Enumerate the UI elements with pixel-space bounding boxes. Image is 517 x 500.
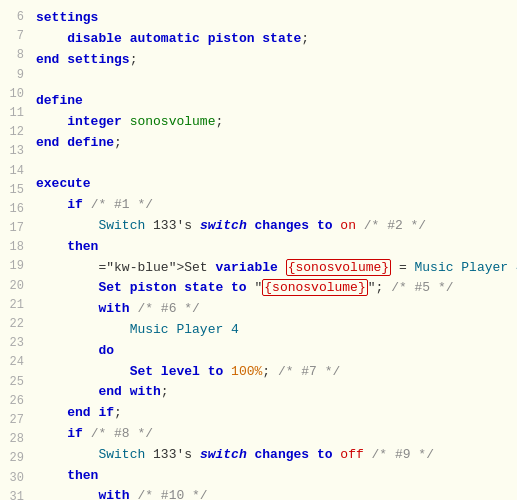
code-line: disable automatic piston state;	[36, 29, 509, 50]
code-line: with /* #6 */	[36, 299, 509, 320]
code-line: if /* #1 */	[36, 195, 509, 216]
code-line	[36, 154, 509, 175]
line-number: 7	[4, 27, 24, 46]
code-line: Music Player 4	[36, 320, 509, 341]
code-line: then	[36, 237, 509, 258]
line-number: 6	[4, 8, 24, 27]
line-number: 28	[4, 430, 24, 449]
line-number: 17	[4, 219, 24, 238]
line-number: 8	[4, 46, 24, 65]
code-line: define	[36, 91, 509, 112]
line-number: 23	[4, 334, 24, 353]
line-number: 13	[4, 142, 24, 161]
line-number: 11	[4, 104, 24, 123]
line-number: 26	[4, 392, 24, 411]
line-number: 16	[4, 200, 24, 219]
code-line: if /* #8 */	[36, 424, 509, 445]
code-line: do	[36, 341, 509, 362]
line-number: 24	[4, 353, 24, 372]
line-number: 27	[4, 411, 24, 430]
code-line: end if;	[36, 403, 509, 424]
code-line: end define;	[36, 133, 509, 154]
code-line: end with;	[36, 382, 509, 403]
code-editor: 6789101112131415161718192021222324252627…	[0, 8, 517, 500]
code-line: Switch 133's switch changes to off /* #9…	[36, 445, 509, 466]
code-line	[36, 70, 509, 91]
line-number: 21	[4, 296, 24, 315]
code-line: Switch 133's switch changes to on /* #2 …	[36, 216, 509, 237]
line-number: 10	[4, 85, 24, 104]
code-line: end settings;	[36, 50, 509, 71]
line-number: 12	[4, 123, 24, 142]
line-number: 29	[4, 449, 24, 468]
line-number: 31	[4, 488, 24, 500]
line-number: 18	[4, 238, 24, 257]
code-line: Set piston state to "{sonosvolume}"; /* …	[36, 278, 509, 299]
line-number: 22	[4, 315, 24, 334]
code-line: ="kw-blue">Set variable {sonosvolume} = …	[36, 258, 509, 279]
line-number: 15	[4, 181, 24, 200]
line-number: 9	[4, 66, 24, 85]
line-number: 25	[4, 373, 24, 392]
line-numbers: 6789101112131415161718192021222324252627…	[0, 8, 28, 500]
code-line: settings	[36, 8, 509, 29]
line-number: 20	[4, 277, 24, 296]
code-content[interactable]: settings disable automatic piston state;…	[28, 8, 517, 500]
code-line: execute	[36, 174, 509, 195]
code-line: with /* #10 */	[36, 486, 509, 500]
code-line: then	[36, 466, 509, 487]
code-line: Set level to 100%; /* #7 */	[36, 362, 509, 383]
code-line: integer sonosvolume;	[36, 112, 509, 133]
line-number: 19	[4, 257, 24, 276]
line-number: 30	[4, 469, 24, 488]
line-number: 14	[4, 162, 24, 181]
